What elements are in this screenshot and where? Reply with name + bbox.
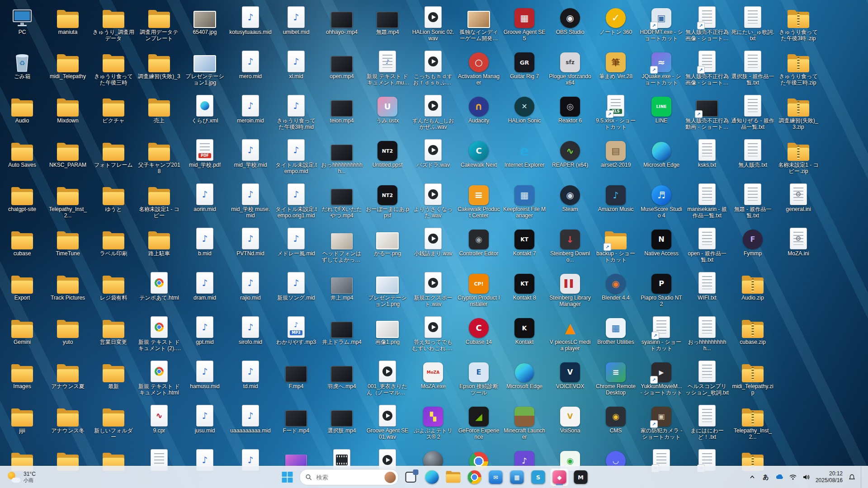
desktop-icon[interactable]: ▣↗HDDFMT.exe - ショートカット: [639, 2, 684, 44]
desktop-icon[interactable]: maniuta: [46, 2, 90, 44]
desktop-icon[interactable]: 選択肢 - 親作品一覧.txt: [731, 46, 775, 89]
desktop-icon[interactable]: VVoiSona: [548, 400, 592, 443]
desktop-icon[interactable]: KTKontakt 8: [502, 267, 547, 310]
desktop-icon[interactable]: open - 親作品一覧.txt: [685, 223, 729, 266]
desktop-icon[interactable]: ヘルスコンプリッション_歌詞.txt: [685, 356, 729, 399]
desktop-icon[interactable]: 調査用データテンプレート: [137, 2, 181, 44]
taskbar-chrome-button[interactable]: [466, 468, 484, 486]
desktop-icon[interactable]: ♪sirofo.mid: [228, 312, 273, 354]
desktop-icon[interactable]: ▚ぷよぷよテトリス® 2: [411, 400, 455, 443]
desktop-icon[interactable]: Microsoft Edge: [639, 135, 684, 177]
desktop-icon[interactable]: ⚙general.ini: [776, 179, 821, 221]
desktop-icon[interactable]: 新規 テキスト ドキュメント.html: [137, 356, 181, 399]
taskbar-clock[interactable]: 20:12 2025/08/16: [816, 470, 843, 484]
desktop-icon[interactable]: midi_Telepathy: [46, 46, 90, 89]
desktop-icon[interactable]: ♪メドレー風.mid: [274, 223, 318, 266]
desktop-icon[interactable]: 無人販売.txt: [731, 135, 775, 177]
desktop-icon[interactable]: ゆうと: [91, 179, 136, 221]
desktop-icon[interactable]: ▦Keepforest File Manager: [502, 179, 547, 221]
desktop-icon[interactable]: LINELINE: [639, 90, 684, 133]
desktop-icon[interactable]: ▣↗家の防犯カメラ - ショートカット: [639, 400, 684, 443]
desktop-icon[interactable]: ♪Amazon Music: [594, 179, 638, 221]
show-desktop-button[interactable]: [861, 466, 863, 488]
desktop-icon[interactable]: GRGuitar Rig 7: [502, 46, 547, 89]
desktop-icon[interactable]: 調査練習(失敗)_3.zip: [776, 90, 821, 133]
desktop-icon[interactable]: かるー.png: [365, 223, 410, 266]
desktop-icon[interactable]: よりうさくなった.wav: [411, 179, 455, 221]
desktop-icon[interactable]: ○Activation Manager: [457, 46, 501, 89]
desktop-icon[interactable]: ∿9.cpr: [137, 400, 181, 443]
desktop-icon[interactable]: cubase.zip: [731, 312, 775, 354]
taskbar-file-explorer-button[interactable]: [444, 468, 462, 486]
desktop-icon[interactable]: ♪PVTNd.mid: [228, 223, 273, 266]
desktop-icon[interactable]: ▦Groove Agent SE 5: [502, 2, 547, 44]
desktop-icon[interactable]: 調査練習(失敗)_3: [137, 46, 181, 89]
taskbar-store-button[interactable]: ▦: [508, 468, 526, 486]
desktop-icon[interactable]: CP!Crypton Product Installer: [457, 267, 501, 310]
taskbar-m-app-button[interactable]: M: [572, 468, 590, 486]
desktop-icon[interactable]: NNative Access: [639, 223, 684, 266]
desktop-icon[interactable]: Telepathy_Inst_2...: [46, 179, 90, 221]
desktop-icon[interactable]: CCakewalk Next: [457, 135, 501, 177]
desktop-icon[interactable]: ♪きゅうり食ってた午後3時.mid: [274, 90, 318, 133]
desktop-icon[interactable]: ♪新規 テキスト ドキュメント.musicxml: [365, 46, 410, 89]
desktop-icon[interactable]: Gemini: [0, 312, 44, 354]
desktop-icon[interactable]: 画像1.png: [365, 312, 410, 354]
desktop-icon[interactable]: きゅうり食ってた午後三時.zip: [776, 46, 821, 89]
desktop-icon[interactable]: 売上: [137, 90, 181, 133]
desktop-icon[interactable]: ずんだもん_しおかぜふ.wav: [411, 90, 455, 133]
desktop-icon[interactable]: ◎Reaktor 6: [548, 90, 592, 133]
desktop-icon[interactable]: 選択肢.mp4: [320, 400, 364, 443]
desktop-icon[interactable]: きゅうり食ってた午後三時: [91, 46, 136, 89]
desktop-icon[interactable]: midi_Telepathy.zip: [731, 356, 775, 399]
desktop-icon[interactable]: ♪xl.mid: [274, 46, 318, 89]
desktop-icon[interactable]: FFymmp: [731, 223, 775, 266]
desktop-icon[interactable]: ⚙MoZA.ini: [776, 223, 821, 266]
desktop-icon[interactable]: ≡Cakewalk Product Center: [457, 179, 501, 221]
desktop-icon[interactable]: 筆筆まめ Ver.28: [594, 46, 638, 89]
desktop-icon[interactable]: ♪MP3わかりやす.mp3: [274, 312, 318, 354]
desktop-icon[interactable]: 無題.mp4: [365, 2, 410, 44]
desktop-icon[interactable]: Telepathy_Inst_2...: [731, 400, 775, 443]
desktop-icon[interactable]: ♪タイトル未設定.tempo.orig1.mid: [274, 179, 318, 221]
desktop-icon[interactable]: ◉Steam: [548, 179, 592, 221]
desktop-icon[interactable]: 井上.mp4: [320, 267, 364, 310]
desktop-icon[interactable]: cubase: [0, 223, 44, 266]
desktop-icon[interactable]: ♪aorin.mid: [183, 179, 227, 221]
desktop-icon[interactable]: ▤airset2-2019: [594, 135, 638, 177]
desktop-icon[interactable]: 最新: [91, 356, 136, 399]
taskbar-mail-button[interactable]: ✉: [487, 468, 505, 486]
tray-overflow-chevron-icon[interactable]: [748, 471, 757, 483]
desktop-icon[interactable]: Groove Agent SE 01.wav: [365, 400, 410, 443]
desktop-icon[interactable]: WIFI.txt: [685, 267, 729, 310]
desktop-icon[interactable]: NT2Untitled.ppsf: [365, 135, 410, 177]
desktop-icon[interactable]: HALion Sonic 02.wav: [411, 2, 455, 44]
desktop-icon[interactable]: ♪gpt.mid: [183, 312, 227, 354]
desktop-icon[interactable]: こっちもｈｄすおｆｄｓｂふぉ.wav: [411, 46, 455, 89]
desktop-icon[interactable]: ピクチャ: [91, 90, 136, 133]
desktop-icon[interactable]: おっhhhhhhhhhh...: [685, 312, 729, 354]
desktop-icon[interactable]: ▦Brother Utilities: [594, 312, 638, 354]
desktop-icon[interactable]: F.mp4: [274, 356, 318, 399]
desktop-icon[interactable]: ◉Blender 4.4: [594, 267, 638, 310]
desktop-icon[interactable]: ≡Chrome Remote Desktop: [594, 356, 638, 399]
desktop-icon[interactable]: きゅうり_調査用データ: [91, 2, 136, 44]
desktop-icon[interactable]: ✓ノートン 360: [594, 2, 638, 44]
desktop-icon[interactable]: NT2おーぼーまにあ.ppsf: [365, 179, 410, 221]
desktop-icon[interactable]: 名称未設定1 - コピー: [137, 179, 181, 221]
desktop-icon[interactable]: 通知りぜる - 親作品一覧.txt: [731, 90, 775, 133]
desktop-icon[interactable]: PDFmid_学校.pdf: [183, 135, 227, 177]
desktop-icon[interactable]: ↓Steinberg Downlo...: [548, 223, 592, 266]
desktop-icon[interactable]: ヘッドフォンはずしてよかった.mp4: [320, 223, 364, 266]
desktop-icon[interactable]: ↗無人販売不正行為 画像 - ショートカット: [685, 46, 729, 89]
desktop-icon[interactable]: パズドラ.wav: [411, 135, 455, 177]
desktop-icon[interactable]: eInternet Explorer: [502, 135, 547, 177]
desktop-icon[interactable]: 死にたい_ゅ歌詞.txt: [731, 2, 775, 44]
desktop-icon[interactable]: ↗syasinn - ショートカット: [639, 312, 684, 354]
desktop-icon[interactable]: chatgpt-site: [0, 179, 44, 221]
volume-icon[interactable]: [802, 471, 811, 483]
desktop-icon[interactable]: まにはにわーど！.txt: [685, 400, 729, 443]
desktop-icon[interactable]: Audio: [0, 90, 44, 133]
desktop-icon[interactable]: ▌▌Steinberg Library Manager: [548, 267, 592, 310]
desktop-icon[interactable]: CCubase 14: [457, 312, 501, 354]
